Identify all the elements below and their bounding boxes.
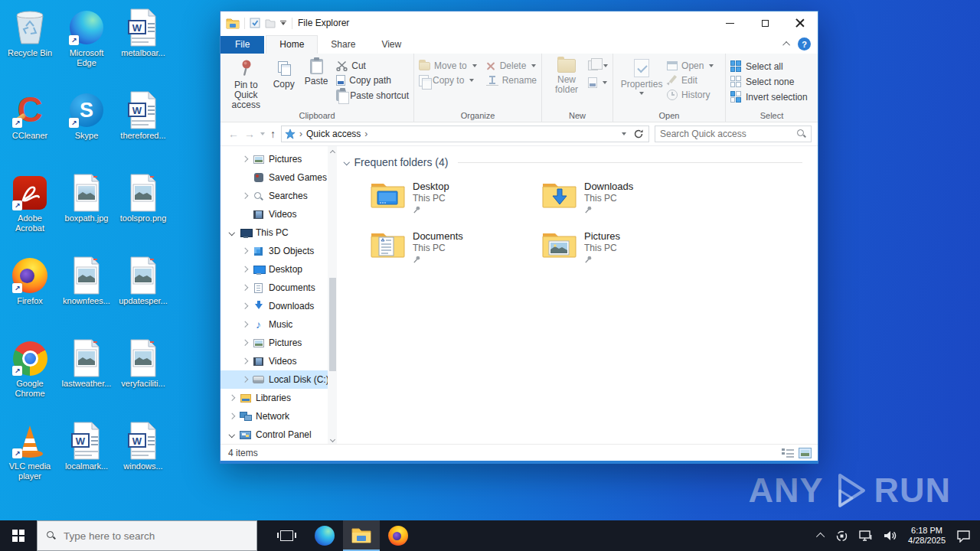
explorer-search-input[interactable] [660, 129, 797, 139]
nav-item-control-panel[interactable]: Control Panel [220, 425, 337, 444]
copy-to-button[interactable]: Copy to [419, 75, 477, 86]
nav-item-pictures-pc[interactable]: Pictures [220, 334, 337, 352]
scroll-up-button[interactable] [328, 146, 337, 157]
volume-icon[interactable] [884, 530, 897, 541]
refresh-icon[interactable] [633, 129, 644, 139]
tab-file[interactable]: File [220, 36, 264, 54]
desktop-icon-recycle-bin[interactable]: Recycle Bin [3, 9, 57, 58]
desktop-icon-vlc[interactable]: ↗ VLC media player [3, 422, 57, 481]
desktop-icon-localmark-doc[interactable]: W localmark... [60, 422, 113, 471]
folder-tile-documents[interactable]: Documents This PC [371, 230, 528, 280]
desktop-icon-microsoft-edge[interactable]: ↗ Microsoft Edge [60, 9, 113, 68]
taskbar-search-input[interactable] [64, 530, 247, 542]
desktop-icon-updatesper-image[interactable]: updatesper... [116, 257, 170, 306]
pin-to-quick-access-button[interactable]: Pin to Quick access [225, 57, 266, 110]
address-dropdown-icon[interactable] [622, 132, 626, 135]
collapse-section-icon[interactable] [344, 159, 350, 165]
select-none-button[interactable]: Select none [730, 76, 808, 87]
explorer-search-box[interactable] [655, 126, 812, 142]
help-button[interactable]: ? [798, 37, 811, 51]
nav-item-3d-objects[interactable]: 3D Objects [220, 242, 337, 260]
open-button[interactable]: Open [667, 60, 714, 71]
back-button[interactable]: ← [228, 128, 239, 140]
maximize-button[interactable] [747, 11, 782, 34]
desktop-icon-boxpath-jpg[interactable]: boxpath.jpg [60, 174, 113, 223]
folder-tile-desktop[interactable]: Desktop This PC [371, 181, 528, 230]
properties-button[interactable]: Properties [618, 57, 665, 95]
desktop-icon-knownfees-image[interactable]: knownfees... [60, 257, 113, 306]
address-bar[interactable]: › Quick access › [281, 126, 649, 142]
customize-toolbar-icon[interactable] [280, 21, 286, 25]
desktop-icon-firefox[interactable]: ↗ Firefox [3, 257, 57, 306]
nav-item-videos[interactable]: Videos [220, 205, 337, 223]
desktop-icon-ccleaner[interactable]: C↗ CCleaner [3, 92, 57, 141]
nav-item-desktop[interactable]: Desktop [220, 260, 337, 279]
desktop-icon-windows-doc[interactable]: W windows... [116, 422, 170, 471]
cut-button[interactable]: Cut [336, 60, 409, 71]
history-button[interactable]: History [667, 90, 714, 100]
tab-home[interactable]: Home [266, 35, 318, 54]
taskbar-search-box[interactable] [37, 520, 257, 551]
select-all-button[interactable]: Select all [730, 60, 808, 72]
nav-item-searches[interactable]: Searches [220, 187, 337, 205]
paste-shortcut-button[interactable]: Paste shortcut [336, 90, 409, 101]
folder-tile-downloads[interactable]: Downloads This PC [542, 181, 699, 230]
desktop-icon-toolspro-png[interactable]: toolspro.png [116, 174, 170, 223]
easy-access-button[interactable] [588, 77, 608, 88]
new-item-button[interactable] [588, 60, 608, 70]
tab-view[interactable]: View [368, 36, 414, 54]
move-to-button[interactable]: Move to [419, 60, 477, 71]
nav-item-downloads[interactable]: Downloads [220, 297, 337, 315]
desktop-icon-skype[interactable]: S↗ Skype [60, 92, 113, 141]
paste-button[interactable]: Paste [301, 57, 332, 86]
folder-tile-pictures[interactable]: Pictures This PC [542, 230, 699, 280]
desktop-icon-lastweather-image[interactable]: lastweather... [60, 340, 113, 389]
taskbar-clock[interactable]: 6:18 PM 4/28/2025 [908, 526, 946, 546]
up-button[interactable]: ↑ [270, 128, 276, 140]
tray-app-icon[interactable] [835, 530, 848, 543]
nav-item-local-disk-c[interactable]: Local Disk (C:) [220, 370, 337, 389]
invert-selection-button[interactable]: Invert selection [730, 91, 808, 103]
large-icons-view-button[interactable] [799, 448, 812, 458]
nav-scrollbar[interactable] [328, 146, 337, 444]
scrollbar-thumb[interactable] [329, 278, 336, 371]
nav-item-libraries[interactable]: Libraries [220, 389, 337, 407]
frequent-folders-header[interactable]: Frequent folders (4) [345, 156, 802, 168]
nav-item-music[interactable]: ♪Music [220, 315, 337, 334]
task-view-button[interactable] [268, 520, 305, 551]
nav-item-network[interactable]: Network [220, 407, 337, 425]
edit-button[interactable]: Edit [667, 75, 714, 86]
action-center-icon[interactable] [956, 530, 971, 543]
new-folder-quick-icon[interactable] [265, 18, 276, 28]
details-view-button[interactable] [782, 448, 794, 458]
start-button[interactable] [0, 520, 37, 551]
collapse-ribbon-icon[interactable] [782, 41, 790, 49]
desktop-icon-adobe-acrobat[interactable]: ↗ Adobe Acrobat [3, 174, 57, 233]
recent-locations-icon[interactable] [260, 132, 265, 135]
rename-button[interactable]: Rename [486, 75, 537, 86]
forward-button[interactable]: → [244, 128, 255, 140]
tab-share[interactable]: Share [318, 36, 368, 54]
nav-item-pictures[interactable]: Pictures [220, 150, 337, 168]
taskbar-file-explorer-button[interactable] [343, 520, 380, 551]
close-button[interactable] [782, 11, 818, 34]
nav-item-saved-games[interactable]: Saved Games [220, 168, 337, 187]
taskbar-edge-button[interactable] [306, 520, 343, 551]
network-icon[interactable] [859, 530, 873, 542]
desktop-icon-metalboar-doc[interactable]: W metalboar... [116, 9, 170, 58]
breadcrumb-quick-access[interactable]: Quick access [306, 129, 361, 139]
taskbar-firefox-button[interactable] [380, 520, 416, 551]
nav-item-videos-pc[interactable]: Videos [220, 352, 337, 370]
scroll-down-button[interactable] [328, 433, 337, 444]
minimize-button[interactable] [712, 11, 747, 34]
desktop-icon-veryfaciliti-image[interactable]: veryfaciliti... [116, 340, 170, 389]
delete-button[interactable]: Delete [486, 60, 537, 71]
properties-quick-icon[interactable] [250, 18, 260, 28]
copy-button[interactable]: Copy [268, 57, 299, 90]
new-folder-button[interactable]: New folder [547, 57, 586, 95]
desktop-icon-google-chrome[interactable]: ↗ Google Chrome [3, 340, 57, 399]
nav-item-documents[interactable]: Documents [220, 279, 337, 297]
show-hidden-icons-button[interactable] [816, 533, 825, 541]
nav-item-this-pc[interactable]: This PC [220, 223, 337, 242]
copy-path-button[interactable]: Copy path [336, 75, 409, 86]
